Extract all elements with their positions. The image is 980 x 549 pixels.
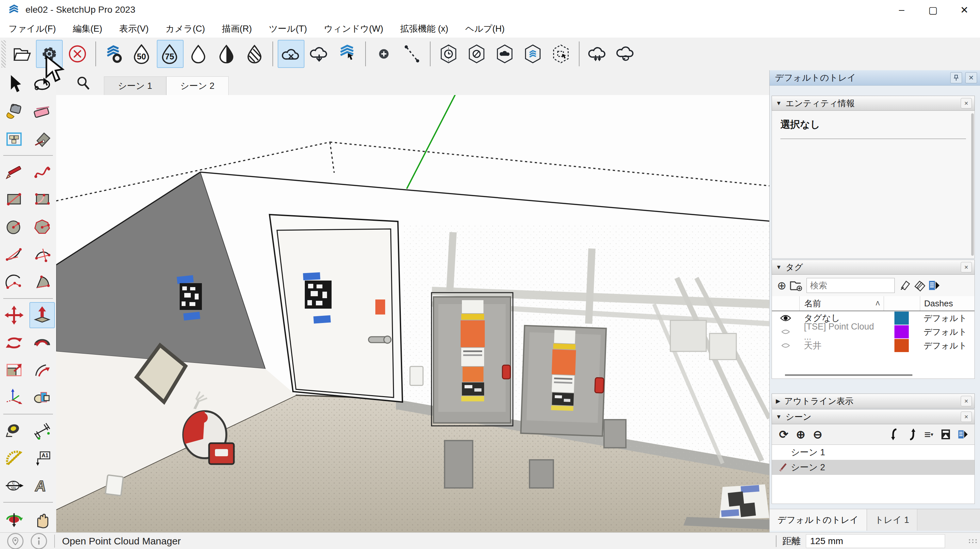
select-tool[interactable] bbox=[1, 71, 27, 97]
close-button[interactable]: ✕ bbox=[949, 0, 980, 20]
search-icon[interactable] bbox=[76, 75, 91, 91]
outliner-header[interactable]: ▶ アウトライン表示 ✕ bbox=[772, 393, 975, 409]
protractor-tool[interactable] bbox=[1, 445, 27, 471]
tag-dashes-value[interactable]: デフォルト bbox=[920, 311, 974, 325]
three-point-arc-tool[interactable] bbox=[1, 269, 27, 295]
move-tool[interactable] bbox=[1, 302, 27, 328]
snapshot-model-button[interactable] bbox=[519, 40, 546, 68]
eraser-tool[interactable] bbox=[29, 98, 55, 124]
open-button[interactable] bbox=[8, 40, 35, 68]
3d-text-tool[interactable]: A bbox=[29, 473, 55, 499]
tray-pin-icon[interactable] bbox=[950, 72, 962, 83]
credits-info-icon[interactable] bbox=[31, 533, 47, 549]
col-dashes-header[interactable]: Dashes bbox=[920, 296, 974, 310]
tab-scene-1[interactable]: シーン 1 bbox=[104, 76, 166, 95]
details-menu-icon[interactable] bbox=[927, 280, 941, 291]
follow-me-tool[interactable] bbox=[29, 329, 55, 356]
tab-scene-2[interactable]: シーン 2 bbox=[166, 76, 229, 95]
snapshot-null-button[interactable] bbox=[463, 40, 490, 68]
tag-color-swatch[interactable] bbox=[894, 339, 909, 352]
menu-window[interactable]: ウィンドウ(W) bbox=[315, 23, 392, 35]
delete-point-cloud-button[interactable] bbox=[64, 40, 91, 68]
toolbar-drag-handle[interactable] bbox=[1, 40, 6, 68]
axes-tool[interactable] bbox=[1, 384, 27, 411]
scale-tool[interactable] bbox=[1, 357, 27, 383]
density-empty-button[interactable] bbox=[185, 40, 212, 68]
snapshot-select-button[interactable] bbox=[547, 40, 574, 68]
details-menu-icon[interactable] bbox=[954, 429, 971, 439]
menu-tools[interactable]: ツール(T) bbox=[260, 23, 315, 35]
cloud-export-button[interactable] bbox=[584, 40, 611, 68]
entity-info-header[interactable]: ▼ エンティティ情報 ✕ bbox=[772, 96, 975, 111]
maximize-button[interactable]: ▢ bbox=[917, 0, 949, 20]
line-tool[interactable] bbox=[1, 159, 27, 185]
scenes-close-icon[interactable]: ✕ bbox=[961, 412, 972, 422]
tags-stack-icon[interactable] bbox=[912, 279, 927, 292]
scenes-header[interactable]: ▼ シーン ✕ bbox=[772, 409, 975, 424]
add-point-button[interactable] bbox=[371, 40, 397, 68]
density-half-button[interactable] bbox=[213, 40, 240, 68]
solid-tools-tool[interactable] bbox=[29, 384, 55, 411]
tray-tab-default[interactable]: デフォルトのトレイ bbox=[770, 509, 867, 531]
menu-camera[interactable]: カメラ(C) bbox=[157, 23, 213, 35]
add-tag-icon[interactable]: ⊕ bbox=[775, 279, 789, 292]
component-tool[interactable] bbox=[1, 126, 27, 152]
pie-tool[interactable] bbox=[29, 269, 55, 295]
section-compass-tool[interactable]: CSN bbox=[1, 473, 27, 499]
update-scene-icon[interactable]: ⟳ bbox=[775, 428, 792, 441]
tag-dashes-value[interactable]: デフォルト bbox=[920, 325, 974, 339]
tag-dashes-value[interactable]: デフォルト bbox=[920, 339, 974, 352]
visibility-eye-off-icon[interactable] bbox=[781, 328, 791, 336]
purge-tag-icon[interactable] bbox=[898, 279, 912, 292]
view-list-icon[interactable]: ≡▾ bbox=[920, 428, 937, 441]
snapshot-cloud-button[interactable] bbox=[491, 40, 518, 68]
freehand-tool[interactable] bbox=[29, 159, 55, 185]
menu-edit[interactable]: 編集(E) bbox=[64, 23, 111, 35]
add-scene-icon[interactable]: ⊕ bbox=[792, 428, 809, 441]
tray-tab-1[interactable]: トレイ 1 bbox=[867, 509, 917, 531]
menu-file[interactable]: ファイル(F) bbox=[0, 23, 64, 35]
visibility-eye-off-icon[interactable] bbox=[781, 342, 791, 349]
dimension-tool[interactable] bbox=[29, 418, 55, 444]
outliner-close-icon[interactable]: ✕ bbox=[961, 396, 972, 406]
orbit-tool[interactable] bbox=[1, 506, 27, 532]
density-75-button[interactable]: 75 bbox=[157, 40, 184, 68]
scene-item-1[interactable]: シーン 1 bbox=[772, 445, 974, 460]
tags-header[interactable]: ▼ タグ ✕ bbox=[772, 259, 975, 275]
tag-row-pointcloud[interactable]: [TSE] Point Cloud ... デフォルト bbox=[772, 325, 974, 339]
visibility-eye-icon[interactable] bbox=[780, 314, 791, 322]
two-point-arc-tool[interactable] bbox=[29, 241, 55, 267]
cloud-hide-button[interactable] bbox=[278, 40, 304, 68]
tag-search-input[interactable] bbox=[807, 278, 894, 293]
remove-scene-icon[interactable]: ⊖ bbox=[809, 428, 826, 441]
snapshot-history-button[interactable] bbox=[435, 40, 462, 68]
polygon-tool[interactable] bbox=[29, 214, 55, 240]
tag-color-swatch[interactable] bbox=[894, 325, 909, 338]
view-thumbnails-icon[interactable] bbox=[937, 429, 954, 440]
add-tag-folder-icon[interactable] bbox=[789, 280, 803, 291]
pointcloud-pick-button[interactable] bbox=[334, 40, 361, 68]
arc-tool[interactable] bbox=[1, 241, 27, 267]
menu-help[interactable]: ヘルプ(H) bbox=[457, 23, 513, 35]
tags-hscrollbar[interactable] bbox=[785, 374, 912, 376]
entity-info-scrollbar[interactable] bbox=[971, 113, 974, 256]
viewport-canvas[interactable] bbox=[56, 95, 769, 532]
push-pull-tool[interactable] bbox=[29, 302, 55, 328]
minimize-button[interactable]: – bbox=[886, 0, 917, 20]
tray-close-icon[interactable]: ✕ bbox=[965, 72, 977, 83]
geolocation-icon[interactable] bbox=[7, 533, 24, 549]
tag-row-ceiling[interactable]: 天井 デフォルト bbox=[772, 339, 974, 352]
tags-close-icon[interactable]: ✕ bbox=[961, 262, 972, 272]
menu-draw[interactable]: 描画(R) bbox=[213, 23, 260, 35]
cloud-download-button[interactable] bbox=[306, 40, 332, 68]
paint-bucket-tool[interactable] bbox=[1, 98, 27, 124]
cloud-sync-button[interactable] bbox=[612, 40, 639, 68]
offset-tool[interactable] bbox=[29, 357, 55, 383]
pan-tool[interactable] bbox=[29, 506, 55, 532]
measurement-input[interactable] bbox=[806, 534, 945, 548]
rotate-tool[interactable] bbox=[1, 329, 27, 356]
move-scene-down-icon[interactable] bbox=[886, 428, 903, 440]
text-tool[interactable]: A1 bbox=[29, 445, 55, 471]
tag-tool[interactable] bbox=[29, 126, 55, 152]
scene-item-2[interactable]: シーン 2 bbox=[772, 460, 974, 475]
